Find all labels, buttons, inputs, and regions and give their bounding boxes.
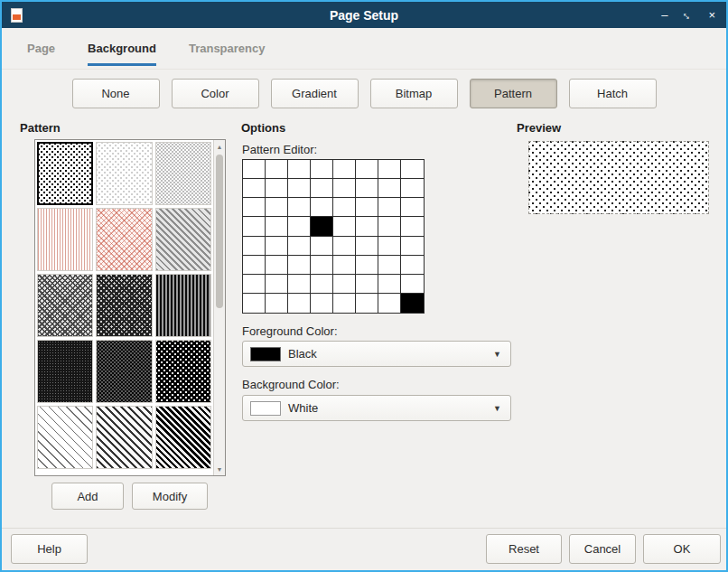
pattern-editor-cell[interactable] [288, 160, 311, 179]
pattern-editor-cell[interactable] [311, 179, 333, 198]
pattern-swatch-diag-gray[interactable] [155, 208, 211, 271]
pattern-editor-cell[interactable] [288, 294, 311, 313]
pattern-editor-cell[interactable] [243, 198, 266, 217]
pattern-editor-cell[interactable] [378, 217, 401, 236]
pattern-editor-cell[interactable] [243, 256, 266, 275]
pattern-editor-cell[interactable] [243, 217, 266, 236]
tab-background[interactable]: Background [88, 42, 156, 66]
color-button[interactable]: Color [172, 79, 259, 108]
pattern-swatch-cross-red[interactable] [96, 208, 152, 271]
pattern-editor-cell[interactable] [356, 294, 378, 313]
pattern-editor-cell[interactable] [266, 217, 288, 236]
pattern-editor-cell[interactable] [288, 237, 311, 256]
cancel-button[interactable]: Cancel [569, 534, 636, 564]
pattern-editor-cell[interactable] [288, 217, 311, 236]
pattern-editor-cell[interactable] [311, 256, 333, 275]
pattern-editor-cell[interactable] [266, 294, 288, 313]
pattern-list-scrollbar[interactable]: ▲ ▼ [213, 140, 225, 475]
pattern-swatch-dots-dense[interactable] [37, 340, 93, 403]
pattern-editor-cell[interactable] [378, 198, 401, 217]
tab-page[interactable]: Page [27, 42, 55, 66]
pattern-swatch-dots-faint2[interactable] [155, 142, 211, 205]
pattern-editor-cell[interactable] [311, 275, 333, 294]
scrollbar-thumb[interactable] [216, 155, 223, 308]
pattern-editor-cell[interactable] [378, 160, 401, 179]
pattern-editor-cell[interactable] [401, 294, 424, 313]
pattern-editor-cell[interactable] [243, 237, 266, 256]
pattern-editor-cell[interactable] [333, 256, 356, 275]
pattern-editor-cell[interactable] [266, 198, 288, 217]
pattern-editor-cell[interactable] [266, 237, 288, 256]
close-icon[interactable]: × [708, 9, 715, 21]
help-button[interactable]: Help [11, 534, 88, 564]
reset-button[interactable]: Reset [486, 534, 562, 564]
minimize-icon[interactable]: – [661, 9, 667, 21]
pattern-editor-cell[interactable] [266, 160, 288, 179]
pattern-editor-cell[interactable] [311, 217, 333, 236]
pattern-editor-cell[interactable] [311, 237, 333, 256]
pattern-editor-cell[interactable] [401, 179, 424, 198]
pattern-swatch-dots-dense2[interactable] [96, 340, 152, 403]
scroll-down-icon[interactable]: ▼ [214, 464, 225, 474]
pattern-editor-cell[interactable] [266, 179, 288, 198]
ok-button[interactable]: OK [643, 534, 721, 564]
pattern-editor-cell[interactable] [356, 275, 378, 294]
background-color-dropdown[interactable]: White ▼ [242, 395, 511, 421]
pattern-editor-cell[interactable] [378, 237, 401, 256]
pattern-swatch-diag-dense[interactable] [155, 406, 211, 469]
hatch-button[interactable]: Hatch [569, 79, 657, 108]
pattern-editor-cell[interactable] [333, 160, 356, 179]
pattern-swatch-cross-dark[interactable] [37, 274, 93, 337]
pattern-editor-cell[interactable] [401, 198, 424, 217]
pattern-editor-cell[interactable] [266, 256, 288, 275]
pattern-editor-cell[interactable] [333, 294, 356, 313]
pattern-editor-cell[interactable] [243, 160, 266, 179]
pattern-editor-cell[interactable] [311, 198, 333, 217]
pattern-editor-cell[interactable] [378, 275, 401, 294]
pattern-editor-cell[interactable] [356, 198, 378, 217]
pattern-editor-cell[interactable] [266, 275, 288, 294]
pattern-editor-cell[interactable] [356, 217, 378, 236]
pattern-swatch-cross-darker[interactable] [96, 274, 152, 337]
pattern-editor-cell[interactable] [401, 275, 424, 294]
pattern-editor-cell[interactable] [378, 256, 401, 275]
pattern-editor-cell[interactable] [333, 179, 356, 198]
pattern-button[interactable]: Pattern [470, 79, 557, 108]
pattern-editor-cell[interactable] [356, 179, 378, 198]
tab-transparency[interactable]: Transparency [189, 42, 266, 66]
pattern-editor-cell[interactable] [401, 237, 424, 256]
pattern-editor-cell[interactable] [378, 294, 401, 313]
pattern-editor-cell[interactable] [288, 198, 311, 217]
pattern-swatch-diag-med[interactable] [96, 406, 152, 469]
pattern-editor-cell[interactable] [288, 179, 311, 198]
pattern-editor-cell[interactable] [243, 179, 266, 198]
pattern-swatch-dots-sparse[interactable] [37, 142, 93, 205]
pattern-swatch-vlines-dark[interactable] [155, 274, 211, 337]
restore-icon[interactable]: ↔ [680, 6, 696, 23]
add-button[interactable]: Add [51, 483, 124, 510]
pattern-editor-cell[interactable] [243, 275, 266, 294]
pattern-swatch-vlines-red[interactable] [37, 208, 93, 271]
scroll-up-icon[interactable]: ▲ [214, 141, 225, 152]
pattern-editor-cell[interactable] [401, 217, 424, 236]
modify-button[interactable]: Modify [132, 483, 208, 510]
pattern-editor-cell[interactable] [243, 294, 266, 313]
pattern-editor-cell[interactable] [288, 256, 311, 275]
pattern-editor-cell[interactable] [378, 179, 401, 198]
foreground-color-dropdown[interactable]: Black ▼ [242, 341, 511, 367]
pattern-editor-cell[interactable] [333, 217, 356, 236]
pattern-editor-cell[interactable] [311, 294, 333, 313]
pattern-editor-cell[interactable] [333, 237, 356, 256]
pattern-editor-cell[interactable] [401, 160, 424, 179]
bitmap-button[interactable]: Bitmap [370, 79, 458, 108]
pattern-editor-cell[interactable] [288, 275, 311, 294]
none-button[interactable]: None [72, 79, 160, 108]
pattern-editor-cell[interactable] [333, 198, 356, 217]
pattern-swatch-dots-faint[interactable] [96, 142, 152, 205]
pattern-swatch-diag-thin[interactable] [37, 406, 93, 469]
pattern-editor-cell[interactable] [356, 160, 378, 179]
pattern-editor-cell[interactable] [401, 256, 424, 275]
pattern-editor-cell[interactable] [333, 275, 356, 294]
pattern-swatch-dots-white-on-black[interactable] [155, 340, 211, 403]
gradient-button[interactable]: Gradient [271, 79, 359, 108]
